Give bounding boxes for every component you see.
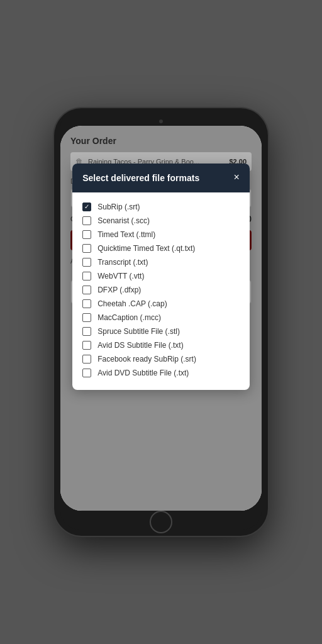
checkbox-1[interactable] bbox=[82, 216, 91, 225]
checkbox-4[interactable] bbox=[82, 258, 91, 267]
phone-screen: Your Order 🗑 Raining Tacos - Parry Gripp… bbox=[60, 126, 262, 511]
checkmark-icon: ✓ bbox=[84, 204, 89, 210]
checkbox-7[interactable] bbox=[82, 299, 91, 308]
format-item[interactable]: Quicktime Timed Text (.qt.txt) bbox=[82, 242, 240, 255]
format-label: Timed Text (.ttml) bbox=[97, 230, 155, 239]
modal-overlay: Select delivered file formats × ✓SubRip … bbox=[60, 126, 262, 511]
phone-notch bbox=[60, 114, 262, 126]
checkbox-10[interactable] bbox=[82, 341, 91, 350]
checkbox-9[interactable] bbox=[82, 327, 91, 336]
phone-home-bar bbox=[60, 511, 262, 530]
format-label: WebVTT (.vtt) bbox=[97, 272, 144, 280]
checkbox-5[interactable] bbox=[82, 272, 91, 280]
format-label: DFXP (.dfxp) bbox=[97, 286, 141, 294]
checkbox-11[interactable] bbox=[82, 355, 91, 364]
modal-title: Select delivered file formats bbox=[82, 172, 233, 184]
format-label: MacCaption (.mcc) bbox=[97, 313, 161, 322]
format-item[interactable]: Spruce Subtitle File (.stl) bbox=[82, 325, 240, 338]
phone-frame: Your Order 🗑 Raining Tacos - Parry Gripp… bbox=[54, 108, 268, 536]
format-label: Avid DS Subtitle File (.txt) bbox=[97, 341, 184, 350]
modal-body: ✓SubRip (.srt)Scenarist (.scc)Timed Text… bbox=[72, 192, 250, 390]
format-item[interactable]: Facebook ready SubRip (.srt) bbox=[82, 352, 240, 366]
format-label: SubRip (.srt) bbox=[97, 203, 140, 211]
format-label: Transcript (.txt) bbox=[97, 258, 148, 267]
format-item[interactable]: Avid DVD Subtitle File (.txt) bbox=[82, 366, 240, 380]
checkbox-8[interactable] bbox=[82, 313, 91, 322]
format-item[interactable]: Avid DS Subtitle File (.txt) bbox=[82, 338, 240, 352]
format-label: Facebook ready SubRip (.srt) bbox=[97, 355, 196, 364]
file-format-modal: Select delivered file formats × ✓SubRip … bbox=[72, 164, 250, 390]
format-item[interactable]: Cheetah .CAP (.cap) bbox=[82, 297, 240, 311]
format-item[interactable]: WebVTT (.vtt) bbox=[82, 269, 240, 283]
modal-close-button[interactable]: × bbox=[233, 172, 239, 182]
screen-content: Your Order 🗑 Raining Tacos - Parry Gripp… bbox=[60, 126, 262, 511]
format-label: Avid DVD Subtitle File (.txt) bbox=[97, 369, 189, 377]
modal-header: Select delivered file formats × bbox=[72, 164, 250, 192]
format-label: Quicktime Timed Text (.qt.txt) bbox=[97, 244, 195, 253]
checkbox-0[interactable]: ✓ bbox=[82, 203, 91, 211]
checkbox-12[interactable] bbox=[82, 369, 91, 377]
format-item[interactable]: Transcript (.txt) bbox=[82, 255, 240, 269]
format-item[interactable]: ✓SubRip (.srt) bbox=[82, 200, 240, 214]
checkbox-6[interactable] bbox=[82, 286, 91, 294]
format-label: Spruce Subtitle File (.stl) bbox=[97, 327, 180, 336]
format-label: Scenarist (.scc) bbox=[97, 216, 150, 225]
format-item[interactable]: DFXP (.dfxp) bbox=[82, 283, 240, 297]
format-item[interactable]: Timed Text (.ttml) bbox=[82, 228, 240, 242]
checkbox-2[interactable] bbox=[82, 230, 91, 239]
format-item[interactable]: MacCaption (.mcc) bbox=[82, 311, 240, 325]
format-label: Cheetah .CAP (.cap) bbox=[97, 299, 167, 308]
notch-dot bbox=[159, 119, 163, 123]
format-item[interactable]: Scenarist (.scc) bbox=[82, 214, 240, 228]
checkbox-3[interactable] bbox=[82, 244, 91, 253]
home-button[interactable] bbox=[150, 511, 172, 533]
